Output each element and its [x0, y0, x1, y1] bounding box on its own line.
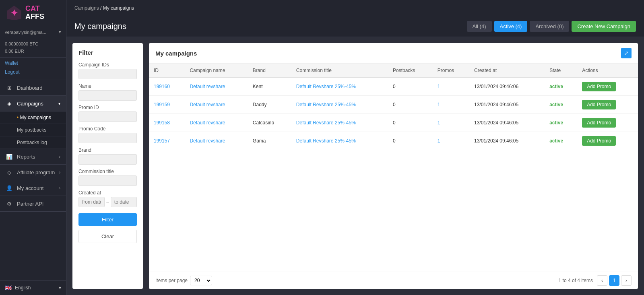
commission-title-link[interactable]: Default Revshare 25%-45%	[296, 102, 356, 107]
top-header: Campaigns / My campaigns	[66, 0, 644, 16]
add-promo-button[interactable]: Add Promo	[582, 118, 616, 128]
page-1-button[interactable]: 1	[609, 275, 619, 286]
brand-input[interactable]	[78, 154, 137, 165]
state-badge: active	[549, 138, 563, 144]
sidebar-item-postbacks-log[interactable]: Postbacks log	[0, 136, 66, 149]
active-tab-button[interactable]: Active (4)	[494, 21, 528, 32]
filter-campaign-ids-group: Campaign IDs	[78, 62, 137, 79]
create-campaign-button[interactable]: Create New Campaign	[572, 21, 636, 32]
table-panel-header: My campaigns ⤢	[149, 43, 638, 64]
sidebar-item-my-postbacks[interactable]: My postbacks	[0, 124, 66, 136]
promos-link[interactable]: 1	[438, 84, 440, 89]
to-date-input[interactable]	[111, 197, 137, 207]
commission-title-link[interactable]: Default Revshare 25%-45%	[296, 138, 356, 144]
sidebar-item-affiliate-program[interactable]: ◇ Affiliate program ›	[0, 165, 66, 180]
user-email-section[interactable]: verapavlysin@gma... ▾	[0, 26, 66, 38]
promo-code-input[interactable]	[78, 133, 137, 143]
cell-campaign-name: Default revshare	[185, 78, 248, 96]
name-input[interactable]	[78, 90, 137, 101]
sidebar-item-label: Partner API	[17, 201, 43, 207]
state-badge: active	[549, 120, 563, 126]
prev-page-button[interactable]: ‹	[597, 275, 607, 286]
date-range: –	[78, 197, 137, 207]
reports-icon: 📊	[6, 153, 13, 160]
table-panel: My campaigns ⤢ ID Campaign name Brand Co…	[149, 43, 638, 289]
commission-title-link[interactable]: Default Revshare 25%-45%	[296, 84, 356, 89]
affiliate-icon: ◇	[6, 169, 13, 176]
per-page-dropdown[interactable]: 20 50 100	[190, 276, 212, 285]
commission-title-label: Commission title	[78, 169, 137, 174]
campaign-id-link[interactable]: 199158	[154, 120, 170, 126]
page-title: My campaigns	[74, 22, 126, 31]
col-brand: Brand	[248, 64, 291, 78]
filter-promo-id-group: Promo ID	[78, 105, 137, 122]
filter-title: Filter	[78, 49, 137, 56]
filter-button[interactable]: Filter	[78, 213, 137, 226]
filter-created-at-group: Created at –	[78, 190, 137, 207]
created-at-label: Created at	[78, 190, 137, 196]
all-tab-button[interactable]: All (4)	[467, 21, 492, 32]
add-promo-button[interactable]: Add Promo	[582, 100, 616, 109]
language-selector[interactable]: 🇬🇧 English ▾	[0, 280, 66, 295]
sidebar-item-label: My account	[17, 185, 43, 191]
cell-actions: Add Promo	[577, 78, 638, 96]
expand-button[interactable]: ⤢	[621, 48, 632, 58]
logo: ✦ CAT AFFS	[0, 0, 66, 26]
campaign-name-link[interactable]: Default revshare	[190, 120, 225, 126]
campaigns-submenu: My campaigns My postbacks Postbacks log	[0, 111, 66, 149]
clear-button[interactable]: Clear	[78, 230, 137, 243]
campaign-id-link[interactable]: 199159	[154, 102, 170, 107]
sidebar-item-my-account[interactable]: 👤 My account ›	[0, 180, 66, 196]
campaign-ids-input[interactable]	[78, 69, 137, 79]
commission-title-input[interactable]	[78, 175, 137, 186]
promos-link[interactable]: 1	[438, 138, 440, 144]
campaign-name-link[interactable]: Default revshare	[190, 138, 225, 144]
cell-created-at: 13/01/2024 09:46:05	[469, 114, 545, 132]
table-row: 199157 Default revshare Gama Default Rev…	[149, 132, 638, 150]
chevron-icon: ▾	[58, 101, 60, 106]
content-body: Filter Campaign IDs Name Promo ID Promo …	[66, 37, 644, 295]
cell-created-at: 13/01/2024 09:46:06	[469, 78, 545, 96]
cell-postbacks: 0	[388, 96, 433, 114]
cell-promos: 1	[433, 78, 469, 96]
promo-id-input[interactable]	[78, 111, 137, 122]
add-promo-button[interactable]: Add Promo	[582, 136, 616, 146]
campaigns-table: ID Campaign name Brand Commission title …	[149, 64, 638, 150]
breadcrumb-separator: /	[100, 5, 103, 11]
cell-postbacks: 0	[388, 114, 433, 132]
logo-affs: AFFS	[25, 13, 44, 21]
promos-link[interactable]: 1	[438, 120, 440, 126]
breadcrumb: Campaigns / My campaigns	[74, 5, 134, 11]
from-date-input[interactable]	[78, 197, 105, 207]
sidebar-item-partner-api[interactable]: ⚙ Partner API	[0, 196, 66, 212]
next-page-button[interactable]: ›	[621, 275, 632, 286]
campaign-name-link[interactable]: Default revshare	[190, 84, 225, 89]
cell-campaign-name: Default revshare	[185, 132, 248, 150]
commission-title-link[interactable]: Default Revshare 25%-45%	[296, 120, 356, 126]
sidebar-item-reports[interactable]: 📊 Reports ›	[0, 149, 66, 165]
table-row: 199158 Default revshare Catcasino Defaul…	[149, 114, 638, 132]
sidebar-item-my-campaigns[interactable]: My campaigns	[0, 111, 66, 124]
campaign-name-link[interactable]: Default revshare	[190, 102, 225, 107]
sidebar-item-dashboard[interactable]: ⊞ Dashboard	[0, 80, 66, 96]
add-promo-button[interactable]: Add Promo	[582, 82, 616, 91]
cell-state: active	[545, 132, 577, 150]
cell-promos: 1	[433, 132, 469, 150]
col-created-at: Created at	[469, 64, 545, 78]
filter-promo-code-group: Promo Code	[78, 126, 137, 143]
user-email: verapavlysin@gma...	[5, 30, 46, 35]
sidebar-item-campaigns[interactable]: ◈ Campaigns ▾	[0, 96, 66, 111]
btc-balance: 0.00000000 BTC	[5, 41, 61, 48]
promos-link[interactable]: 1	[438, 102, 440, 107]
brand-label: Brand	[78, 147, 137, 153]
campaign-id-link[interactable]: 199160	[154, 84, 170, 89]
archived-tab-button[interactable]: Archived (0)	[530, 21, 569, 32]
logout-link[interactable]: Logout	[5, 68, 61, 77]
breadcrumb-campaigns[interactable]: Campaigns	[74, 5, 99, 11]
cell-postbacks: 0	[388, 132, 433, 150]
cell-commission-title: Default Revshare 25%-45%	[291, 78, 388, 96]
campaign-id-link[interactable]: 199157	[154, 138, 170, 144]
wallet-link[interactable]: Wallet	[5, 59, 61, 68]
table-row: 199160 Default revshare Kent Default Rev…	[149, 78, 638, 96]
cell-created-at: 13/01/2024 09:46:05	[469, 96, 545, 114]
